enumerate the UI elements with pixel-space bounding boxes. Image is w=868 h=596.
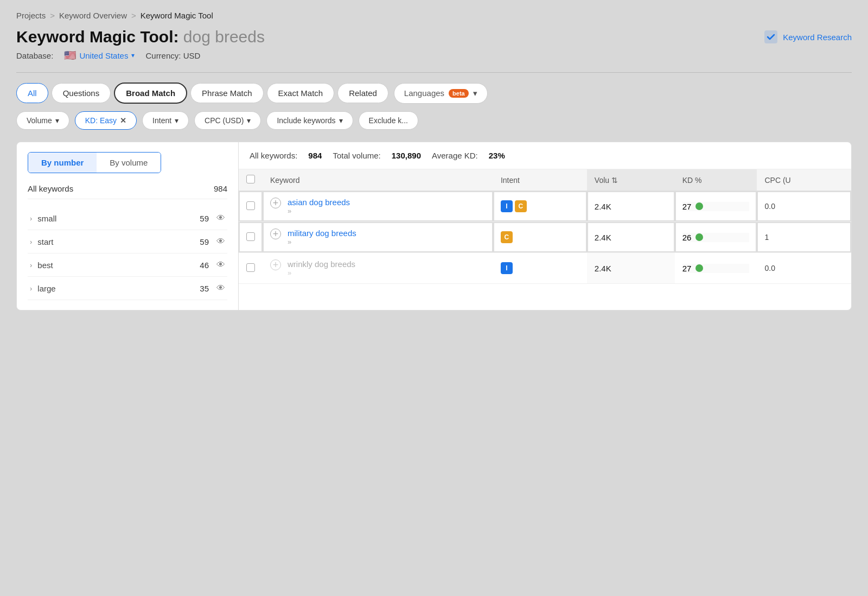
tab-exact-match[interactable]: Exact Match [267, 83, 335, 103]
cpc-column-header: CPC (U [757, 169, 851, 191]
keyword-navigate-arrows[interactable]: » [288, 207, 350, 215]
intent-informational-badge: I [501, 200, 513, 212]
cpc-chevron-icon: ▾ [247, 116, 251, 125]
kd-column-header: KD % [675, 169, 757, 191]
row-checkbox-cell[interactable] [239, 222, 263, 253]
kd-filter-clear-button[interactable]: ✕ [120, 116, 126, 125]
header-divider [16, 72, 852, 73]
page-title-label: Keyword Magic Tool: [16, 28, 178, 46]
volume-filter[interactable]: Volume ▾ [16, 111, 69, 130]
row-checkbox[interactable] [246, 201, 255, 210]
keyword-cell: + military dog breeds » [263, 222, 493, 253]
match-type-tabs: All Questions Broad Match Phrase Match E… [16, 83, 852, 104]
sidebar-item-small-label: small [37, 214, 200, 223]
select-all-checkbox[interactable] [246, 175, 255, 183]
add-keyword-icon[interactable]: + [270, 259, 281, 270]
intent-filter[interactable]: Intent ▾ [142, 111, 189, 130]
tab-broad-match[interactable]: Broad Match [114, 83, 187, 104]
volume-chevron-icon: ▾ [55, 116, 59, 125]
database-label: Database: [16, 51, 53, 60]
keyword-cell: + asian dog breeds » [263, 191, 493, 222]
keyword-link[interactable]: + asian dog breeds » [270, 198, 486, 215]
kd-filter[interactable]: KD: Easy ✕ [75, 111, 137, 130]
by-number-button[interactable]: By number [28, 153, 97, 173]
kd-filter-label: KD: Easy [85, 116, 117, 125]
view-toggle: By number By volume [28, 152, 161, 173]
breadcrumb-sep2: > [131, 11, 136, 20]
kd-cell-wrap: 27 [675, 191, 757, 222]
intent-badges: C [501, 231, 579, 243]
by-volume-button[interactable]: By volume [97, 153, 161, 173]
volume-column-header[interactable]: Volu ⇅ [587, 169, 675, 191]
row-checkbox[interactable] [246, 263, 255, 272]
intent-filter-label: Intent [152, 116, 171, 125]
sidebar-all-keywords-row: All keywords 984 [28, 184, 227, 199]
intent-cell: I [493, 253, 587, 284]
kd-cell-wrap: 26 [675, 222, 757, 253]
languages-chevron-icon: ▾ [473, 88, 477, 98]
filters-row: Volume ▾ KD: Easy ✕ Intent ▾ CPC (USD) ▾… [16, 111, 852, 130]
row-checkbox[interactable] [246, 232, 255, 241]
sidebar-item-best[interactable]: › best 46 👁 [28, 253, 227, 277]
keyword-research-button[interactable]: Keyword Research [763, 29, 852, 45]
keywords-table: Keyword Intent Volu ⇅ KD % CPC (U [239, 169, 851, 284]
eye-icon[interactable]: 👁 [216, 260, 225, 270]
add-keyword-icon[interactable]: + [270, 229, 281, 239]
intent-commercial-badge: C [501, 231, 513, 243]
include-keywords-filter[interactable]: Include keywords ▾ [266, 111, 353, 130]
cpc-filter[interactable]: CPC (USD) ▾ [194, 111, 261, 130]
sidebar-item-small[interactable]: › small 59 👁 [28, 207, 227, 230]
sidebar-item-small-count: 59 [200, 214, 209, 223]
keyword-link[interactable]: + military dog breeds » [270, 229, 486, 246]
breadcrumb: Projects > Keyword Overview > Keyword Ma… [16, 11, 852, 20]
page-title-query: dog breeds [183, 28, 265, 46]
exclude-keywords-filter[interactable]: Exclude k... [359, 111, 418, 130]
all-keywords-stat-value: 984 [308, 151, 322, 160]
breadcrumb-keyword-overview[interactable]: Keyword Overview [59, 11, 127, 20]
tab-related[interactable]: Related [337, 83, 388, 103]
table-row: + wrinkly dog breeds » I 2.4K [239, 253, 851, 284]
sidebar-item-large[interactable]: › large 35 👁 [28, 277, 227, 300]
database-country-selector[interactable]: 🇺🇸 United States ▾ [64, 49, 135, 61]
keyword-groups-sidebar: By number By volume All keywords 984 › s… [16, 142, 239, 310]
tab-all[interactable]: All [16, 83, 48, 103]
kd-indicator-dot [695, 202, 703, 210]
languages-button[interactable]: Languages beta ▾ [394, 83, 488, 104]
all-keywords-stat-label: All keywords: [250, 151, 297, 160]
row-checkbox-cell[interactable] [239, 191, 263, 222]
breadcrumb-projects[interactable]: Projects [16, 11, 46, 20]
cpc-cell: 0.0 [757, 253, 851, 284]
keyword-navigate-arrows[interactable]: » [288, 269, 355, 277]
keyword-navigate-arrows[interactable]: » [288, 238, 356, 246]
intent-badges: I [501, 262, 579, 274]
intent-badges: I C [501, 200, 579, 212]
avg-kd-value: 23% [489, 151, 505, 160]
us-flag-icon: 🇺🇸 [64, 49, 76, 61]
table-header-row: Keyword Intent Volu ⇅ KD % CPC (U [239, 169, 851, 191]
kd-indicator-dot [695, 233, 703, 241]
keyword-link[interactable]: + wrinkly dog breeds » [270, 259, 486, 277]
keyword-column-header: Keyword [263, 169, 493, 191]
total-volume-value: 130,890 [392, 151, 421, 160]
languages-label: Languages [404, 88, 444, 98]
total-volume-label: Total volume: [333, 151, 380, 160]
eye-icon[interactable]: 👁 [216, 213, 225, 223]
intent-cell: I C [493, 191, 587, 222]
tab-phrase-match[interactable]: Phrase Match [190, 83, 264, 103]
avg-kd-label: Average KD: [432, 151, 478, 160]
sidebar-item-start-count: 59 [200, 237, 209, 246]
eye-icon[interactable]: 👁 [216, 237, 225, 246]
intent-chevron-icon: ▾ [175, 116, 178, 125]
breadcrumb-sep1: > [50, 11, 55, 20]
sidebar-all-keywords-label: All keywords [28, 184, 73, 193]
keyword-name: wrinkly dog breeds [288, 259, 355, 269]
eye-icon[interactable]: 👁 [216, 283, 225, 293]
row-checkbox-cell[interactable] [239, 253, 263, 284]
add-keyword-icon[interactable]: + [270, 198, 281, 208]
tab-questions[interactable]: Questions [52, 83, 111, 103]
database-row: Database: 🇺🇸 United States ▾ Currency: U… [16, 49, 852, 61]
exclude-keywords-label: Exclude k... [369, 116, 408, 125]
volume-filter-label: Volume [27, 116, 52, 125]
select-all-header[interactable] [239, 169, 263, 191]
sidebar-item-start[interactable]: › start 59 👁 [28, 230, 227, 253]
